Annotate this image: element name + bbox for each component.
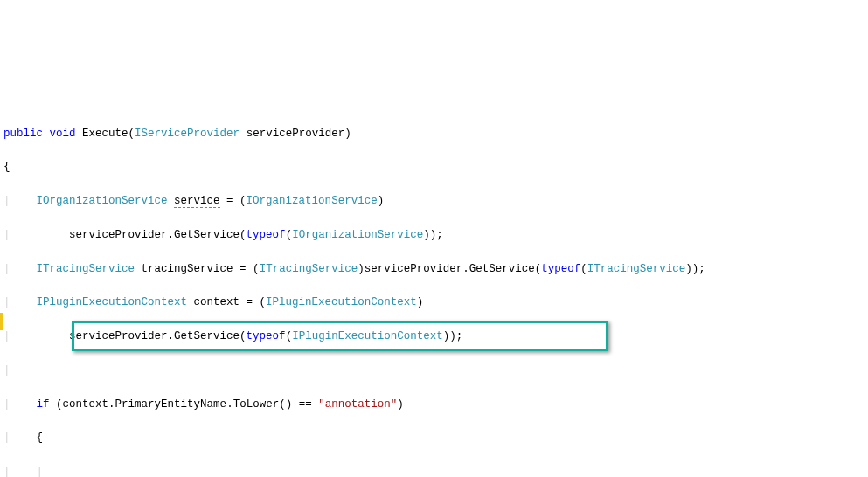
- ident-serviceprovider: serviceProvider: [69, 229, 168, 241]
- ident-serviceprovider: serviceProvider: [365, 263, 463, 275]
- ident-serviceprovider: serviceProvider: [69, 330, 168, 342]
- keyword-if: if: [37, 398, 50, 411]
- string-annotation: "annotation": [318, 398, 397, 411]
- type-iorganizationservice: IOrganizationService: [247, 195, 378, 207]
- method-getservice: GetService: [469, 263, 535, 275]
- code-line: | if (context.PrimaryEntityName.ToLower(…: [0, 397, 868, 413]
- keyword-typeof: typeof: [247, 229, 286, 241]
- var-service: service: [174, 195, 220, 208]
- prop-primaryentityname: PrimaryEntityName: [115, 398, 227, 411]
- method-getservice: GetService: [174, 229, 240, 241]
- method-tolower: ToLower: [233, 398, 280, 411]
- code-line: | serviceProvider.GetService(typeof(IOrg…: [0, 227, 868, 244]
- code-editor[interactable]: public void Execute(IServiceProvider ser…: [0, 75, 868, 478]
- type-itracingservice: ITracingService: [587, 263, 686, 275]
- type-iserviceprovider: IServiceProvider: [135, 128, 240, 140]
- code-line: {: [0, 159, 868, 176]
- method-name: Execute: [82, 128, 128, 140]
- type-ipluginexecutioncontext: IPluginExecutionContext: [37, 296, 188, 308]
- code-line: | ITracingService tracingService = (ITra…: [0, 261, 868, 278]
- type-iorganizationservice: IOrganizationService: [37, 195, 168, 207]
- type-itracingservice: ITracingService: [260, 263, 358, 275]
- code-line: | serviceProvider.GetService(typeof(IPlu…: [0, 328, 868, 345]
- keyword-void: void: [50, 128, 76, 140]
- type-ipluginexecutioncontext: IPluginExecutionContext: [292, 330, 443, 342]
- ident-context: context: [63, 398, 109, 411]
- code-line: | |: [0, 464, 868, 477]
- code-line: | IPluginExecutionContext context = (IPl…: [0, 294, 868, 311]
- code-line: | {: [0, 430, 868, 446]
- param-serviceprovider: serviceProvider: [247, 128, 345, 140]
- keyword-public: public: [3, 128, 43, 140]
- code-line: public void Execute(IServiceProvider ser…: [0, 126, 868, 142]
- var-context: context: [194, 296, 240, 308]
- type-iorganizationservice: IOrganizationService: [292, 229, 423, 241]
- method-getservice: GetService: [174, 330, 240, 342]
- code-line: |: [0, 363, 868, 379]
- var-tracingservice: tracingService: [142, 263, 233, 275]
- type-ipluginexecutioncontext: IPluginExecutionContext: [266, 296, 417, 308]
- change-marker: [0, 313, 3, 330]
- keyword-typeof: typeof: [541, 263, 580, 275]
- type-itracingservice: ITracingService: [37, 263, 135, 275]
- keyword-typeof: typeof: [247, 330, 286, 342]
- code-line: | IOrganizationService service = (IOrgan…: [0, 193, 868, 210]
